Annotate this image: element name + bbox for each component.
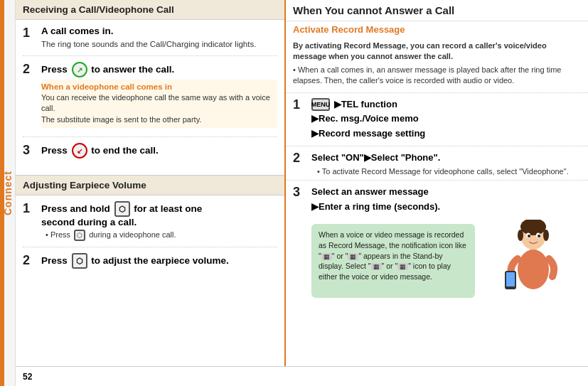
- right-step-2-num: 2: [293, 151, 307, 166]
- earpiece-step-2-title: Press ⬡ to adjust the earpiece volume.: [41, 253, 277, 269]
- earpiece-content: 1 Press and hold ⬡ for at least onesecon…: [16, 195, 284, 288]
- step-1-body: A call comes in. The ring tone sounds an…: [41, 26, 277, 50]
- earpiece-step-2-suffix: to adjust the earpiece volume.: [91, 255, 229, 266]
- right-step-2-sub: To activate Record Message for videophon…: [311, 167, 581, 176]
- svg-point-7: [538, 235, 540, 237]
- earpiece-step-1-num: 1: [23, 201, 37, 241]
- sub-press: Press: [50, 230, 73, 239]
- vol-icon-sub: ⬡: [74, 230, 85, 241]
- right-step-2-title: Select "ON"▶Select "Phone".: [311, 151, 581, 166]
- right-step-1-body: MENU ▶TEL function ▶Rec. msg./Voice memo…: [311, 97, 581, 141]
- earpiece-step-1-sub: Press ⬡ during a videophone call.: [41, 230, 277, 241]
- right-step-3-body: Select an answer message ▶Enter a ring t…: [311, 185, 581, 299]
- right-step-3-title2: ▶Enter a ring time (seconds).: [311, 200, 581, 215]
- svg-point-2: [518, 230, 523, 241]
- step-2: 2 Press ↗ to answer the call. When a vid…: [23, 62, 277, 137]
- right-step-1-line2: ▶Rec. msg./Voice memo: [311, 112, 581, 127]
- step-1-num: 1: [23, 26, 37, 50]
- note-text2: " or ": [332, 252, 348, 260]
- call-end-icon: ↙: [72, 143, 87, 159]
- call-answer-icon: ↗: [72, 62, 87, 77]
- character-area: [475, 220, 581, 298]
- videophone-note-title: When a videophone call comes in: [41, 82, 277, 91]
- note-icon4: ▦: [397, 263, 408, 270]
- step-2-suffix: to answer the call.: [91, 64, 174, 75]
- right-header: When You cannot Answer a Call: [286, 0, 588, 21]
- svg-point-9: [518, 250, 549, 289]
- step-3-title: Press ↙ to end the call.: [41, 143, 277, 159]
- left-column: Receiving a Call/Videophone Call 1 A cal…: [16, 0, 286, 366]
- sidebar-label: Connect: [2, 171, 14, 215]
- earpiece-step-2-body: Press ⬡ to adjust the earpiece volume.: [41, 253, 277, 271]
- step-3: 3 Press ↙ to end the call.: [23, 143, 277, 166]
- earpiece-step-1: 1 Press and hold ⬡ for at least onesecon…: [23, 201, 277, 247]
- earpiece-step-1-body: Press and hold ⬡ for at least onesecond …: [41, 201, 277, 241]
- page-number: 52: [23, 372, 32, 382]
- right-step-3-num: 3: [293, 185, 307, 200]
- videophone-note-line2: The substitute image is sent to the othe…: [41, 114, 277, 125]
- step-1: 1 A call comes in. The ring tone sounds …: [23, 26, 277, 56]
- earpiece-step-1-title: Press and hold ⬡ for at least onesecond …: [41, 201, 277, 227]
- step-2-num: 2: [23, 62, 37, 131]
- step-1-desc: The ring tone sounds and the Call/Chargi…: [41, 38, 277, 50]
- earpiece-step-2-num: 2: [23, 253, 37, 271]
- right-step-1-tel: ▶TEL function: [334, 99, 397, 109]
- vol-icon-2: ⬡: [72, 253, 87, 269]
- note-icon3: ▦: [371, 263, 382, 270]
- svg-point-6: [528, 235, 530, 237]
- note-box: When a voice or video message is recorde…: [311, 224, 475, 298]
- step-3-press: Press: [41, 145, 70, 156]
- activate-title: Activate Record Message: [286, 21, 588, 38]
- earpiece-step-2-prefix: Press: [41, 255, 70, 266]
- step-3-body: Press ↙ to end the call.: [41, 143, 277, 161]
- right-intro: By activating Record Message, you can re…: [286, 38, 588, 93]
- videophone-note-line1: You can receive the videophone call the …: [41, 92, 277, 114]
- right-step-3: 3 Select an answer message ▶Enter a ring…: [286, 181, 588, 303]
- right-step-3-note-area: When a voice or video message is recorde…: [311, 220, 581, 298]
- right-column: When You cannot Answer a Call Activate R…: [286, 0, 588, 366]
- receiving-section: Receiving a Call/Videophone Call 1 A cal…: [16, 0, 284, 175]
- right-step-2-body: Select "ON"▶Select "Phone". To activate …: [311, 151, 581, 176]
- right-step-3-title: Select an answer message: [311, 185, 581, 200]
- earpiece-step-1-prefix: Press and hold: [41, 203, 113, 214]
- step-3-num: 3: [23, 143, 37, 161]
- sub-text: during a videophone call.: [89, 230, 176, 239]
- earpiece-step-2: 2 Press ⬡ to adjust the earpiece volume.: [23, 253, 277, 277]
- receiving-content: 1 A call comes in. The ring tone sounds …: [16, 20, 284, 175]
- menu-icon: MENU: [311, 98, 330, 111]
- vol-icon-1: ⬡: [114, 201, 130, 217]
- footer: 52: [16, 366, 588, 386]
- step-3-suffix: to end the call.: [91, 145, 159, 156]
- columns: Receiving a Call/Videophone Call 1 A cal…: [16, 0, 588, 366]
- character-illustration: [501, 220, 558, 298]
- svg-rect-11: [506, 272, 515, 286]
- earpiece-section: Adjusting Earpiece Volume 1 Press and ho…: [16, 175, 284, 288]
- earpiece-header: Adjusting Earpiece Volume: [16, 176, 284, 195]
- right-step-1-num: 1: [293, 97, 307, 112]
- right-step-1: 1 MENU ▶TEL function ▶Rec. msg./Voice me…: [286, 93, 588, 146]
- right-step-1-line3: ▶Record message setting: [311, 127, 581, 141]
- right-intro-bullet: • When a call comes in, an answer messag…: [293, 65, 581, 87]
- note-icon2: ▦: [348, 253, 358, 260]
- right-intro-bold: By activating Record Message, you can re…: [293, 41, 581, 63]
- step-2-title: Press ↗ to answer the call.: [41, 62, 277, 77]
- step-2-press: Press: [41, 64, 68, 75]
- note-text4: " or ": [382, 262, 398, 270]
- sidebar: Connect: [0, 0, 16, 386]
- note-icon1: ▦: [321, 253, 332, 260]
- svg-point-3: [543, 230, 549, 241]
- videophone-note: When a videophone call comes in You can …: [41, 80, 277, 128]
- main-content: Receiving a Call/Videophone Call 1 A cal…: [16, 0, 588, 386]
- step-2-body: Press ↗ to answer the call. When a video…: [41, 62, 277, 131]
- step-1-title: A call comes in.: [41, 26, 277, 36]
- receiving-header: Receiving a Call/Videophone Call: [16, 0, 284, 20]
- right-step-1-line1: MENU ▶TEL function: [311, 97, 581, 112]
- right-step-2: 2 Select "ON"▶Select "Phone". To activat…: [286, 146, 588, 181]
